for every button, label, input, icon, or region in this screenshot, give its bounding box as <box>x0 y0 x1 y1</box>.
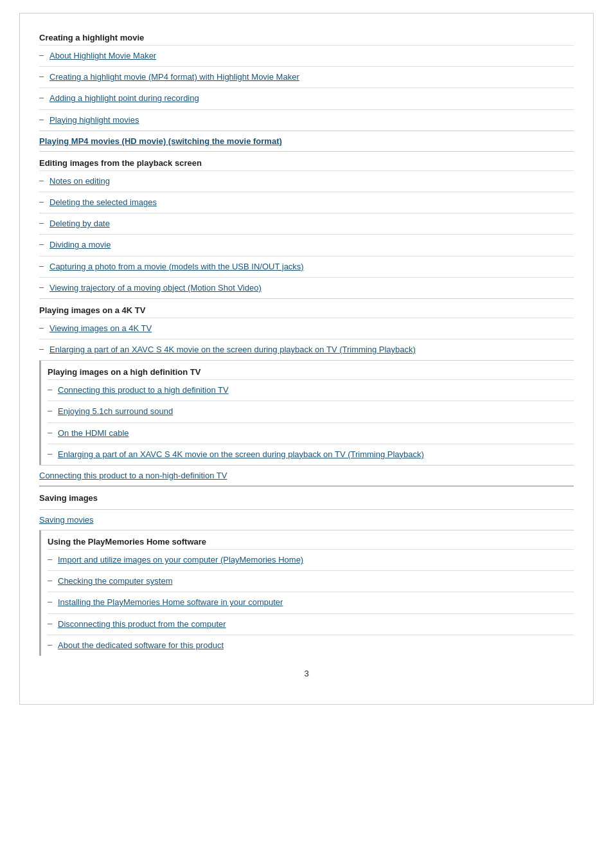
list-item: – Connecting this product to a high defi… <box>48 379 574 401</box>
section-header-playmemories: Using the PlayMemories Home software <box>48 530 574 549</box>
list-item: – Enlarging a part of an XAVC S 4K movie… <box>39 339 574 360</box>
section-header-saving: Saving images <box>39 493 574 505</box>
dash-icon: – <box>39 50 46 60</box>
link-hdmi-cable[interactable]: On the HDMI cable <box>58 428 129 439</box>
list-item: – Adding a highlight point during record… <box>39 87 574 109</box>
page-number: 3 <box>39 656 574 678</box>
link-dividing-movie[interactable]: Dividing a movie <box>49 239 111 251</box>
link-deleting-by-date[interactable]: Deleting by date <box>49 218 110 230</box>
link-connecting-non-hd[interactable]: Connecting this product to a non-high-de… <box>39 471 227 480</box>
left-bar-playmemories <box>39 530 41 656</box>
link-enjoying-surround[interactable]: Enjoying 5.1ch surround sound <box>58 406 173 417</box>
list-item: – Viewing images on a 4K TV <box>39 318 574 339</box>
link-notes-on-editing[interactable]: Notes on editing <box>49 176 110 187</box>
link-viewing-4k[interactable]: Viewing images on a 4K TV <box>49 323 152 334</box>
link-saving-movies[interactable]: Saving movies <box>39 515 94 525</box>
list-item: – Viewing trajectory of a moving object … <box>39 277 574 298</box>
section-playing-4k: Playing images on a 4K TV – Viewing imag… <box>39 298 574 360</box>
list-item: – Import and utilize images on your comp… <box>48 549 574 570</box>
dash-icon: – <box>39 93 46 102</box>
link-installing-playmemories[interactable]: Installing the PlayMemories Home softwar… <box>58 597 283 608</box>
dash-icon: – <box>48 597 54 606</box>
list-item: – Notes on editing <box>39 170 574 192</box>
link-playing-mp4[interactable]: Playing MP4 movies (HD movie) (switching… <box>39 131 282 151</box>
section-saving-images: Saving images <box>39 485 574 509</box>
link-enlarging-4k[interactable]: Enlarging a part of an XAVC S 4K movie o… <box>49 344 416 356</box>
dash-icon: – <box>39 114 46 124</box>
link-viewing-trajectory[interactable]: Viewing trajectory of a moving object (M… <box>49 282 262 294</box>
list-item: – Enjoying 5.1ch surround sound <box>48 401 574 422</box>
list-item: – Checking the computer system <box>48 570 574 592</box>
dash-icon: – <box>48 640 54 649</box>
dash-icon: – <box>39 261 46 271</box>
dash-icon: – <box>48 554 54 564</box>
link-dedicated-software[interactable]: About the dedicated software for this pr… <box>58 640 224 651</box>
link-creating-highlight-mp4[interactable]: Creating a highlight movie (MP4 format) … <box>49 71 299 83</box>
dash-icon: – <box>39 197 46 206</box>
dash-icon: – <box>39 71 46 81</box>
link-connecting-hd[interactable]: Connecting this product to a high defini… <box>58 384 229 396</box>
left-bar <box>39 361 41 465</box>
list-item: – Capturing a photo from a movie (models… <box>39 256 574 277</box>
dash-icon: – <box>39 344 46 354</box>
section-header-4k: Playing images on a 4K TV <box>39 299 574 318</box>
list-item: – On the HDMI cable <box>48 422 574 444</box>
link-checking-computer[interactable]: Checking the computer system <box>58 575 172 587</box>
list-item: – Enlarging a part of an XAVC S 4K movie… <box>48 444 574 465</box>
dash-icon: – <box>48 406 54 415</box>
dash-icon: – <box>39 282 46 292</box>
list-item: – Installing the PlayMemories Home softw… <box>48 592 574 613</box>
section-playing-hd: Playing images on a high definition TV –… <box>39 360 574 465</box>
link-adding-highlight-point[interactable]: Adding a highlight point during recordin… <box>49 93 199 104</box>
section-playmemories: Using the PlayMemories Home software – I… <box>39 530 574 656</box>
list-item: – Deleting by date <box>39 213 574 234</box>
dash-icon: – <box>39 239 46 249</box>
dash-icon: – <box>48 384 54 394</box>
dash-icon: – <box>39 323 46 332</box>
page-wrapper: Creating a highlight movie – About Highl… <box>19 13 594 705</box>
dash-icon: – <box>39 176 46 185</box>
section-editing-images: Editing images from the playback screen … <box>39 151 574 298</box>
list-item: – Disconnecting this product from the co… <box>48 613 574 635</box>
link-deleting-selected-images[interactable]: Deleting the selected images <box>49 197 157 208</box>
section-header-creating-highlight: Creating a highlight movie <box>39 26 574 45</box>
list-item: – About the dedicated software for this … <box>48 635 574 656</box>
link-import-playmemories[interactable]: Import and utilize images on your comput… <box>58 554 303 566</box>
link-enlarging-hd[interactable]: Enlarging a part of an XAVC S 4K movie o… <box>58 449 424 460</box>
list-item: – Deleting the selected images <box>39 192 574 213</box>
dash-icon: – <box>48 449 54 458</box>
dash-icon: – <box>39 218 46 228</box>
link-playing-highlight-movies[interactable]: Playing highlight movies <box>49 114 139 126</box>
link-disconnecting-computer[interactable]: Disconnecting this product from the comp… <box>58 619 226 630</box>
dash-icon: – <box>48 619 54 628</box>
list-item: – About Highlight Movie Maker <box>39 45 574 66</box>
section-playing-mp4: Playing MP4 movies (HD movie) (switching… <box>39 131 574 151</box>
section-saving-movies: Saving movies <box>39 509 574 530</box>
dash-icon: – <box>48 428 54 437</box>
section-creating-highlight: Creating a highlight movie – About Highl… <box>39 26 574 131</box>
section-header-editing-images: Editing images from the playback screen <box>39 152 574 170</box>
list-item: – Playing highlight movies <box>39 109 574 131</box>
list-item: – Creating a highlight movie (MP4 format… <box>39 66 574 87</box>
link-capturing-photo[interactable]: Capturing a photo from a movie (models w… <box>49 261 304 273</box>
link-about-highlight[interactable]: About Highlight Movie Maker <box>49 50 156 62</box>
section-header-hd: Playing images on a high definition TV <box>48 361 574 379</box>
section-connecting-non-hd: Connecting this product to a non-high-de… <box>39 465 574 485</box>
list-item: – Dividing a movie <box>39 234 574 255</box>
dash-icon: – <box>48 575 54 585</box>
